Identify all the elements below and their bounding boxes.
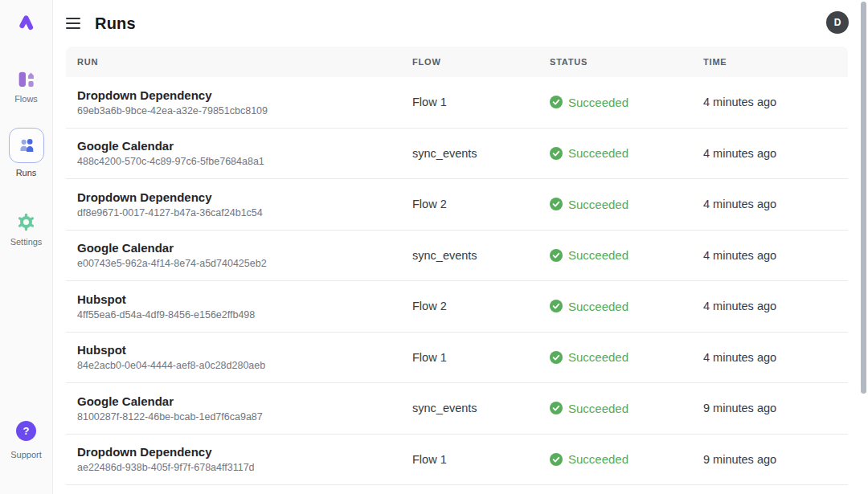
run-id: e00743e5-962a-4f14-8e74-a5d740425eb2 [77, 258, 412, 269]
run-time: 9 minutes ago [703, 402, 848, 414]
main-content: Runs D RUN FLOW STATUS TIME Dropdown Dep… [53, 0, 868, 494]
runs-icon [9, 128, 44, 163]
success-check-icon [550, 402, 563, 414]
table-row[interactable]: Google Calendare00743e5-962a-4f14-8e74-a… [66, 231, 848, 282]
table-header-row: RUN FLOW STATUS TIME [66, 47, 848, 77]
run-name: Dropdown Dependency [77, 190, 412, 204]
run-name: Hubspot [77, 292, 412, 306]
run-time: 4 minutes ago [703, 96, 848, 108]
success-check-icon [550, 453, 563, 466]
page-title: Runs [95, 14, 136, 33]
run-id: 69eb3a6b-9bce-42ea-a32e-79851cbc8109 [77, 105, 412, 116]
table-row[interactable]: Hubspot4ff55ea6-d54a-4df9-8456-e156e2ffb… [66, 281, 848, 333]
table-row[interactable]: Google Calendar488c4200-570c-4c89-97c6-5… [66, 129, 848, 180]
flow-name: sync_events [412, 402, 550, 414]
flows-icon [15, 68, 36, 89]
run-name: Dropdown Dependency [77, 445, 412, 459]
table-row[interactable]: Dropdown Dependency69eb3a6b-9bce-42ea-a3… [66, 77, 848, 129]
run-id: 488c4200-570c-4c89-97c6-5fbe7684a8a1 [77, 156, 412, 167]
run-id: 8100287f-8122-46be-bcab-1ed7f6ca9a87 [77, 411, 412, 423]
column-header-run: RUN [66, 57, 412, 67]
sidebar-nav: Flows Runs [9, 68, 44, 247]
run-name: Hubspot [77, 343, 412, 357]
question-icon: ? [16, 421, 36, 441]
sidebar-item-support[interactable]: ? Support [0, 421, 52, 459]
sidebar-item-runs[interactable]: Runs [9, 128, 44, 178]
flow-name: Flow 2 [412, 300, 550, 312]
status-label: Succeeded [568, 248, 628, 262]
run-name: Google Calendar [77, 139, 412, 153]
success-check-icon [550, 96, 563, 108]
run-name: Google Calendar [77, 241, 412, 255]
flow-name: sync_events [412, 147, 550, 160]
table-row[interactable]: Hubspot84e2acb0-0e04-4444-aef8-a0c28d280… [66, 333, 848, 384]
run-time: 4 minutes ago [703, 300, 848, 312]
sidebar-item-settings[interactable]: Settings [10, 211, 43, 247]
run-time: 4 minutes ago [703, 351, 848, 364]
menu-toggle-button[interactable] [66, 18, 80, 29]
success-check-icon [550, 147, 563, 160]
run-id: df8e9671-0017-4127-b47a-36caf24b1c54 [77, 207, 412, 218]
run-id: 4ff55ea6-d54a-4df9-8456-e156e2ffb498 [77, 309, 412, 320]
run-time: 9 minutes ago [703, 453, 848, 466]
run-name: Dropdown Dependency [77, 88, 412, 102]
flow-name: Flow 1 [412, 96, 550, 108]
table-body: Dropdown Dependency69eb3a6b-9bce-42ea-a3… [66, 77, 848, 485]
sidebar-item-label: Runs [16, 168, 37, 178]
table-row[interactable]: Dropdown Dependencyae22486d-938b-405f-9f… [66, 435, 848, 486]
column-header-flow: FLOW [412, 57, 550, 67]
column-header-time: TIME [703, 57, 848, 67]
status-label: Succeeded [568, 146, 628, 160]
runs-table: RUN FLOW STATUS TIME Dropdown Dependency… [66, 47, 848, 485]
app-logo-icon[interactable] [16, 12, 37, 33]
status-label: Succeeded [568, 350, 628, 364]
sidebar: Flows Runs [0, 0, 53, 494]
run-time: 4 minutes ago [703, 249, 848, 262]
success-check-icon [550, 249, 563, 262]
scrollbar-thumb[interactable] [861, 2, 866, 394]
sidebar-item-flows[interactable]: Flows [14, 68, 38, 104]
run-time: 4 minutes ago [703, 198, 848, 210]
column-header-status: STATUS [550, 57, 703, 67]
scrollbar[interactable] [859, 0, 868, 494]
flow-name: Flow 1 [412, 351, 550, 364]
status-label: Succeeded [568, 300, 628, 313]
run-name: Google Calendar [77, 394, 412, 408]
success-check-icon [550, 198, 563, 210]
status-label: Succeeded [568, 198, 628, 211]
flow-name: sync_events [412, 249, 550, 262]
flow-name: Flow 1 [412, 453, 550, 466]
success-check-icon [550, 351, 563, 364]
sidebar-item-label: Support [10, 450, 42, 459]
status-label: Succeeded [568, 402, 628, 415]
run-id: ae22486d-938b-405f-9f7f-678a4ff3117d [77, 462, 412, 473]
sidebar-item-label: Flows [14, 94, 38, 104]
table-row[interactable]: Google Calendar8100287f-8122-46be-bcab-1… [66, 383, 848, 435]
success-check-icon [550, 300, 563, 312]
flow-name: Flow 2 [412, 198, 550, 210]
sidebar-item-label: Settings [10, 237, 43, 247]
status-label: Succeeded [568, 96, 628, 109]
settings-icon [16, 211, 37, 232]
topbar: Runs D [66, 0, 868, 47]
run-id: 84e2acb0-0e04-4444-aef8-a0c28d280aeb [77, 360, 412, 371]
table-row[interactable]: Dropdown Dependencydf8e9671-0017-4127-b4… [66, 179, 848, 231]
run-time: 4 minutes ago [703, 147, 848, 160]
avatar[interactable]: D [826, 11, 849, 34]
status-label: Succeeded [568, 452, 628, 466]
